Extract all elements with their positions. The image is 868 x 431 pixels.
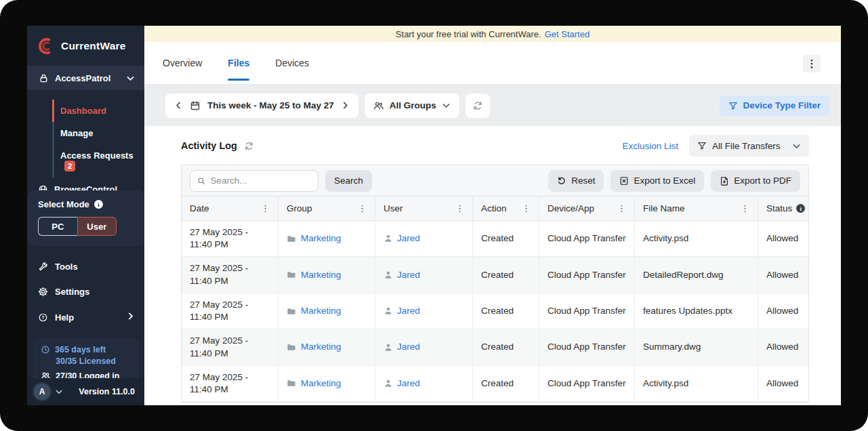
sidebar-item-manage[interactable]: Manage [52, 122, 144, 144]
column-header-group[interactable]: Group⋮ [278, 197, 375, 221]
sidebar-item-dashboard[interactable]: Dashboard [52, 100, 144, 122]
table-row[interactable]: 27 May 2025 - 11:40 PM Marketing Jared C… [182, 221, 808, 257]
tab-overview[interactable]: Overview [163, 42, 202, 84]
chevron-right-icon[interactable] [341, 101, 350, 110]
user-link[interactable]: Jared [397, 269, 420, 281]
sidebar: CurrentWare AccessPatrol Dashboard Manag… [27, 26, 144, 405]
column-menu-icon[interactable]: ⋮ [261, 203, 270, 213]
column-header-file-name[interactable]: File Name⋮ [635, 197, 758, 221]
person-icon [384, 270, 393, 280]
column-header-date[interactable]: Date⋮ [182, 197, 278, 221]
sidebar-item-settings[interactable]: Settings [27, 279, 144, 304]
folder-icon [287, 306, 297, 316]
cell-user: Jared [375, 257, 473, 293]
folder-icon [287, 234, 297, 244]
group-link[interactable]: Marketing [301, 232, 341, 245]
device-type-filter-button[interactable]: Device Type Filter [720, 96, 829, 116]
cell-file-name: Activity.psd [635, 221, 758, 257]
user-link[interactable]: Jared [397, 305, 420, 317]
cell-user: Jared [375, 221, 473, 257]
clock-icon [41, 345, 50, 354]
svg-text:?: ? [41, 315, 44, 320]
table-row[interactable]: 27 May 2025 - 11:40 PM Marketing Jared C… [182, 366, 808, 402]
info-icon[interactable]: i [796, 204, 805, 213]
cell-group: Marketing [278, 221, 375, 257]
cell-status: Allowed [758, 329, 808, 365]
transfer-filter-label: All File Transfers [712, 141, 781, 151]
cell-status: Allowed [758, 221, 808, 257]
tab-devices[interactable]: Devices [275, 42, 309, 84]
version-label: Version 11.0.0 [79, 387, 135, 396]
help-circle-icon: ? [38, 312, 48, 323]
table-row[interactable]: 27 May 2025 - 11:40 PM Marketing Jared C… [182, 257, 808, 293]
table-row[interactable]: 27 May 2025 - 11:40 PM Marketing Jared C… [182, 293, 808, 329]
logo: CurrentWare [27, 26, 144, 66]
exclusion-list-link[interactable]: Exclusion List [622, 141, 678, 151]
user-link[interactable]: Jared [397, 341, 420, 353]
group-link[interactable]: Marketing [301, 305, 341, 317]
column-menu-icon[interactable]: ⋮ [358, 203, 367, 213]
sidebar-footer: A Version 11.0.0 [27, 378, 144, 405]
activity-table: Search Reset Export to Excel [181, 165, 809, 403]
product-selector[interactable]: AccessPatrol [27, 66, 144, 90]
cell-group: Marketing [278, 257, 375, 293]
column-menu-icon[interactable]: ⋮ [455, 203, 464, 213]
cell-device-app: Cloud App Transfer [539, 257, 635, 293]
column-header-user[interactable]: User⋮ [375, 197, 473, 221]
cell-file-name: Summary.dwg [635, 329, 758, 365]
export-excel-button[interactable]: Export to Excel [611, 170, 704, 192]
reset-button[interactable]: Reset [548, 170, 604, 192]
sidebar-item-tools[interactable]: Tools [27, 254, 144, 279]
export-pdf-button[interactable]: Export to PDF [711, 170, 800, 192]
select-mode-label: Select Mode [38, 199, 89, 209]
search-input[interactable] [210, 176, 311, 186]
search-box[interactable] [190, 170, 318, 192]
column-header-status[interactable]: Statusi [758, 197, 809, 221]
chevron-down-icon[interactable] [55, 388, 63, 396]
reset-icon [557, 176, 566, 186]
group-link[interactable]: Marketing [301, 269, 341, 281]
column-menu-icon[interactable]: ⋮ [741, 203, 749, 213]
column-label: Device/App [547, 203, 594, 213]
search-button[interactable]: Search [325, 170, 372, 192]
mode-user-button[interactable]: User [77, 217, 117, 236]
column-header-action[interactable]: Action⋮ [473, 197, 539, 221]
table-row[interactable]: 27 May 2025 - 11:40 PM Marketing Jared C… [182, 329, 808, 365]
date-range-picker[interactable]: This week - May 25 to May 27 [165, 94, 358, 118]
sidebar-item-help[interactable]: ? Help [27, 304, 144, 330]
cell-user: Jared [375, 329, 473, 365]
tab-label: Devices [275, 58, 309, 68]
select-mode-title: Select Mode i [38, 199, 133, 209]
chevron-right-icon [126, 312, 135, 323]
transfer-filter-dropdown[interactable]: All File Transfers [689, 135, 809, 157]
get-started-link[interactable]: Get Started [545, 29, 590, 39]
info-icon[interactable]: i [94, 200, 103, 209]
chevron-left-icon[interactable] [174, 101, 183, 110]
cell-action: Created [473, 366, 539, 402]
sidebar-item-label: Dashboard [60, 106, 106, 116]
avatar[interactable]: A [34, 384, 50, 400]
main-area: Start your free trial with CurrentWare. … [144, 26, 841, 405]
cell-date: 27 May 2025 - 11:40 PM [182, 329, 278, 365]
group-filter-dropdown[interactable]: All Groups [365, 94, 459, 118]
mode-toggle: PC User [38, 217, 117, 236]
column-menu-icon[interactable]: ⋮ [522, 203, 531, 213]
filter-bar: This week - May 25 to May 27 All Groups [144, 85, 841, 126]
column-header-device-app[interactable]: Device/App⋮ [539, 197, 635, 221]
user-link[interactable]: Jared [397, 232, 420, 245]
person-icon [384, 234, 393, 243]
log-refresh-button[interactable] [244, 141, 254, 151]
sidebar-item-label: Settings [55, 287, 89, 297]
cell-file-name: Activity.psd [635, 366, 758, 402]
group-link[interactable]: Marketing [301, 377, 341, 390]
column-menu-icon[interactable]: ⋮ [617, 203, 626, 213]
user-link[interactable]: Jared [397, 377, 420, 390]
chevron-down-icon [792, 142, 801, 150]
tab-files[interactable]: Files [228, 42, 249, 84]
sidebar-item-access-requests[interactable]: Access Requests2 [52, 144, 144, 178]
more-options-button[interactable]: ⋮ [803, 55, 821, 73]
mode-pc-button[interactable]: PC [38, 217, 77, 236]
column-label: Action [481, 203, 507, 213]
refresh-button[interactable] [466, 94, 490, 118]
group-link[interactable]: Marketing [301, 341, 341, 353]
